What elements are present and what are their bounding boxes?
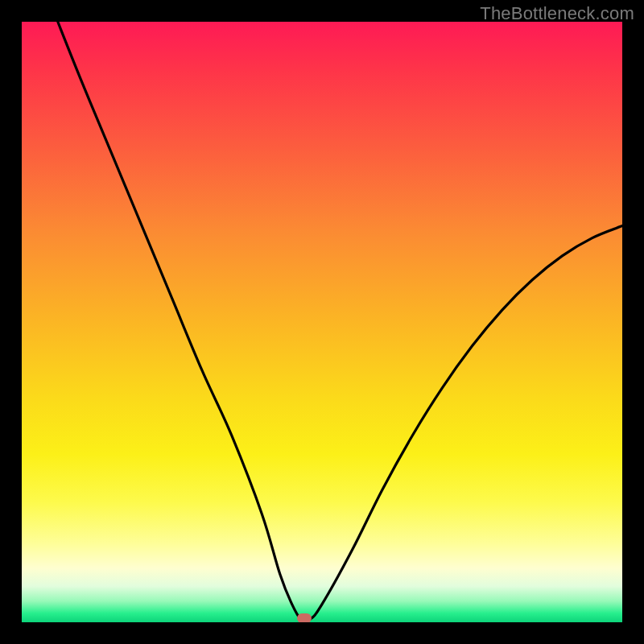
chart-frame: TheBottleneck.com: [0, 0, 644, 644]
plot-area: [22, 22, 622, 622]
minimum-marker: [297, 613, 312, 622]
watermark-text: TheBottleneck.com: [480, 3, 634, 24]
curve-svg: [22, 22, 622, 622]
bottleneck-curve-path: [58, 22, 622, 621]
